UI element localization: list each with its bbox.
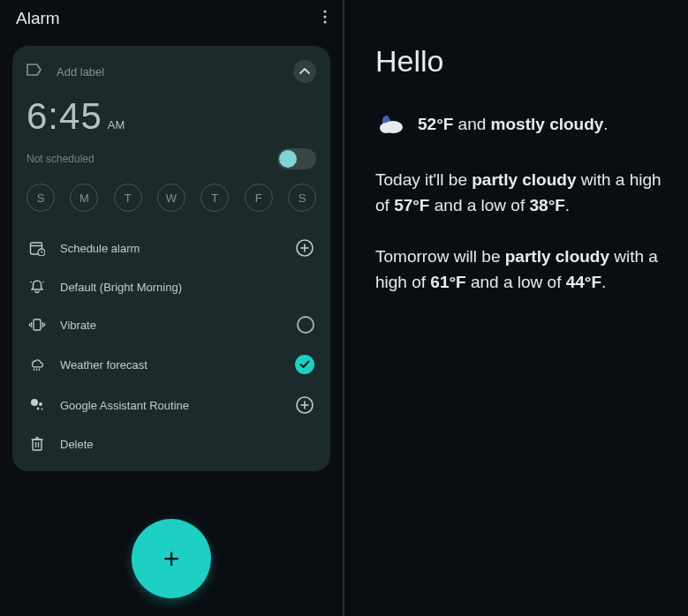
trash-icon: [28, 436, 46, 452]
label-icon: [26, 63, 44, 80]
radio-unchecked-icon: [297, 316, 314, 334]
alarm-ampm: AM: [108, 118, 125, 131]
svg-point-19: [37, 408, 40, 410]
schedule-status: Not scheduled: [26, 153, 95, 165]
today-forecast: Today it'll be partly cloudy with a high…: [375, 167, 662, 219]
day-wed[interactable]: W: [157, 184, 185, 212]
svg-point-18: [39, 402, 42, 406]
plus-icon: +: [163, 543, 180, 575]
days-row: S M T W T F S: [26, 184, 316, 212]
assistant-routine-row[interactable]: Google Assistant Routine: [26, 385, 316, 425]
vibrate-row[interactable]: Vibrate: [26, 305, 316, 344]
vibrate-icon: [28, 318, 46, 332]
bell-icon: [28, 279, 46, 295]
schedule-alarm-row[interactable]: Schedule alarm: [26, 228, 316, 268]
day-thu[interactable]: T: [200, 184, 229, 212]
assistant-routine-label: Google Assistant Routine: [60, 399, 189, 412]
svg-rect-9: [34, 319, 41, 330]
toggle-thumb: [279, 150, 297, 168]
svg-point-20: [42, 409, 43, 410]
greeting: Hello: [375, 44, 662, 79]
check-on-icon: [295, 355, 314, 374]
day-sun[interactable]: S: [26, 184, 55, 212]
weather-pane: Hello 52°F and mostly cloudy. Today it'l…: [343, 0, 688, 616]
svg-point-30: [380, 123, 392, 133]
alarm-time-button[interactable]: 6:45 AM: [26, 95, 316, 138]
alarm-sound-label: Default (Bright Morning): [60, 281, 182, 294]
vibrate-label: Vibrate: [60, 319, 96, 332]
collapse-button[interactable]: [293, 60, 316, 83]
svg-point-0: [323, 10, 326, 12]
day-mon[interactable]: M: [70, 184, 98, 212]
svg-point-2: [323, 20, 326, 23]
current-weather: 52°F and mostly cloudy.: [375, 112, 662, 137]
svg-point-1: [323, 15, 326, 18]
delete-label: Delete: [60, 438, 94, 451]
alarm-pane: Alarm Add label 6:45 AM Not scheduled: [0, 0, 343, 616]
svg-point-17: [31, 399, 38, 406]
assistant-icon: [28, 397, 46, 413]
add-icon: [295, 395, 314, 415]
weather-icon: [28, 357, 46, 372]
schedule-alarm-label: Schedule alarm: [60, 242, 140, 255]
calendar-icon: [28, 240, 46, 256]
day-sat[interactable]: S: [288, 184, 316, 212]
weather-forecast-row[interactable]: Weather forecast: [26, 344, 316, 385]
alarm-toggle[interactable]: [277, 148, 316, 169]
add-icon: [295, 238, 314, 258]
status-row: Not scheduled: [26, 148, 316, 169]
night-cloudy-icon: [375, 112, 405, 137]
alarm-sound-row[interactable]: Default (Bright Morning): [26, 268, 316, 305]
alarm-card: Add label 6:45 AM Not scheduled S M T W …: [12, 46, 330, 471]
more-options-button[interactable]: [323, 10, 327, 28]
weather-forecast-label: Weather forecast: [60, 358, 147, 372]
svg-rect-24: [33, 439, 42, 450]
label-text: Add label: [57, 65, 104, 79]
svg-line-15: [36, 369, 37, 372]
tomorrow-forecast: Tomorrow will be partly cloudy with a hi…: [375, 244, 662, 296]
alarm-header: Alarm: [0, 0, 343, 39]
alarm-time: 6:45: [26, 95, 102, 138]
label-row: Add label: [26, 60, 316, 83]
page-title: Alarm: [16, 9, 60, 28]
chevron-up-icon: [299, 68, 310, 75]
day-tue[interactable]: T: [114, 184, 142, 212]
add-label-button[interactable]: Add label: [26, 63, 104, 80]
add-alarm-fab[interactable]: +: [132, 519, 211, 598]
current-weather-text: 52°F and mostly cloudy.: [418, 115, 609, 134]
svg-line-16: [39, 369, 40, 372]
delete-row[interactable]: Delete: [26, 425, 316, 462]
svg-line-14: [34, 369, 34, 372]
day-fri[interactable]: F: [245, 184, 273, 212]
